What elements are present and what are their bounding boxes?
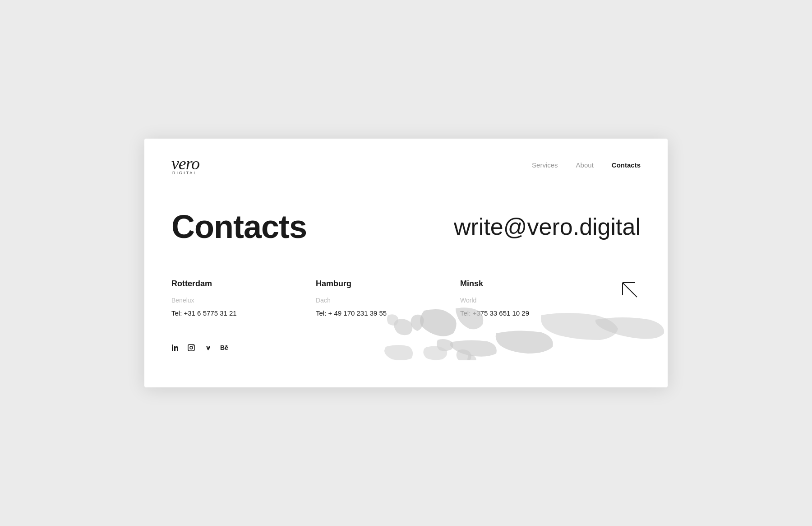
nav-about[interactable]: About [576, 161, 594, 169]
arrow-up-left-icon [619, 279, 641, 301]
svg-point-6 [190, 346, 193, 349]
page-title: Contacts [171, 210, 307, 243]
office-region-rotterdam: Benelux [171, 297, 307, 304]
behance-icon[interactable]: Bē [220, 344, 228, 351]
footer: Bē [171, 344, 641, 360]
logo-digital: DIGITAL [172, 171, 197, 175]
map-svg [298, 302, 668, 360]
main-content: Contacts write@vero.digital Rotterdam Be… [144, 188, 668, 387]
social-icons: Bē [171, 344, 228, 360]
svg-point-4 [172, 344, 173, 346]
vimeo-icon[interactable] [204, 344, 211, 351]
header: vero DIGITAL Services About Contacts [144, 139, 668, 188]
map-container [298, 302, 668, 360]
office-city-rotterdam: Rotterdam [171, 279, 307, 289]
nav-services[interactable]: Services [532, 161, 558, 169]
instagram-icon[interactable] [188, 344, 195, 351]
office-city-minsk: Minsk [460, 279, 595, 289]
main-nav: Services About Contacts [532, 161, 641, 169]
svg-rect-3 [172, 346, 173, 351]
svg-rect-5 [188, 344, 194, 351]
linkedin-icon[interactable] [171, 344, 179, 351]
svg-line-2 [623, 283, 637, 297]
logo-vero: vero [171, 155, 199, 172]
office-rotterdam: Rotterdam Benelux Tel: +31 6 5775 31 21 [171, 279, 316, 317]
office-tel-rotterdam: Tel: +31 6 5775 31 21 [171, 309, 307, 317]
email-link[interactable]: write@vero.digital [454, 215, 641, 238]
office-city-hamburg: Hamburg [316, 279, 451, 289]
nav-contacts[interactable]: Contacts [612, 161, 641, 169]
svg-point-7 [193, 345, 194, 346]
arrow-icon-container [604, 279, 641, 301]
browser-window: vero DIGITAL Services About Contacts Con… [144, 139, 668, 387]
hero-section: Contacts write@vero.digital [171, 210, 641, 243]
logo[interactable]: vero DIGITAL [171, 155, 199, 175]
